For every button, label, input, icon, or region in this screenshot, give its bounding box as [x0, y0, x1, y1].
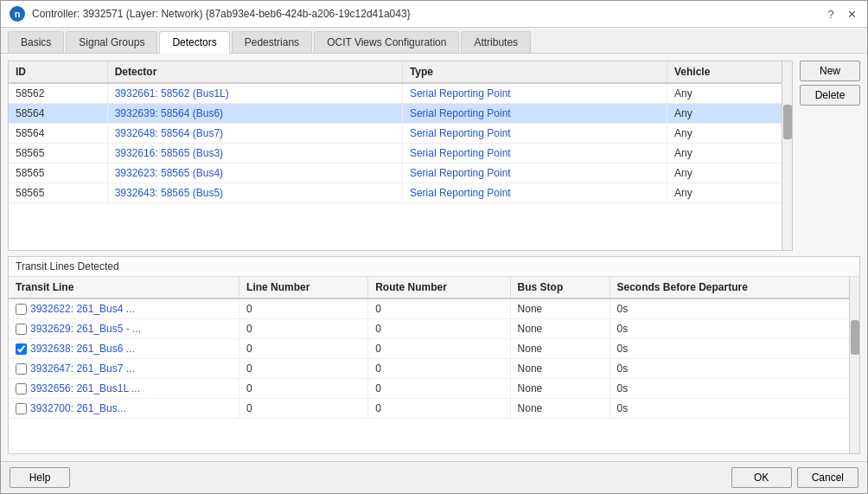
list-item[interactable]: 3932656: 261_Bus1L ... 0 0 None 0s — [9, 379, 849, 399]
route-number: 0 — [368, 298, 510, 319]
seconds-before: 0s — [610, 298, 849, 319]
side-buttons: New Delete — [800, 61, 860, 251]
list-item[interactable]: 3932647: 261_Bus7 ... 0 0 None 0s — [9, 359, 849, 379]
cancel-button[interactable]: Cancel — [797, 467, 858, 488]
list-item[interactable]: 3932629: 261_Bus5 - ... 0 0 None 0s — [9, 319, 849, 339]
seconds-before: 0s — [610, 359, 849, 379]
help-icon[interactable]: ? — [824, 7, 838, 21]
transit-header: Transit Lines Detected — [9, 257, 859, 277]
bus-stop: None — [510, 359, 610, 379]
tab-detectors[interactable]: Detectors — [159, 31, 229, 54]
transit-checkbox[interactable] — [16, 343, 27, 355]
col-detector: Detector — [107, 61, 402, 83]
main-table-scroll[interactable]: ID Detector Type Vehicle 58562 3932661: … — [9, 61, 782, 250]
main-table-scrollbar[interactable] — [782, 61, 792, 250]
transit-checkbox[interactable] — [16, 363, 27, 375]
cell-id: 58562 — [9, 83, 107, 104]
bus-stop: None — [510, 379, 610, 399]
table-row[interactable]: 58564 3932648: 58564 (Bus7) Serial Repor… — [9, 124, 782, 144]
content-area: ID Detector Type Vehicle 58562 3932661: … — [1, 54, 867, 461]
tab-pedestrians[interactable]: Pedestrians — [232, 31, 312, 53]
main-window: n Controller: 3932571 (Layer: Network) {… — [0, 0, 868, 494]
transit-checkbox[interactable] — [16, 304, 27, 315]
seconds-before: 0s — [610, 379, 849, 399]
bottom-table-scroll[interactable]: Transit Line Line Number Route Number Bu… — [9, 277, 849, 453]
delete-button[interactable]: Delete — [800, 85, 860, 106]
seconds-before: 0s — [610, 319, 849, 339]
route-number: 0 — [368, 399, 510, 419]
cell-detector: 3932648: 58564 (Bus7) — [107, 124, 402, 144]
route-number: 0 — [368, 379, 510, 399]
list-item[interactable]: 3932700: 261_Bus... 0 0 None 0s — [9, 399, 849, 419]
close-icon[interactable]: ✕ — [845, 7, 858, 21]
col-id: ID — [9, 61, 107, 83]
transit-checkbox[interactable] — [16, 403, 27, 414]
tab-signal-groups[interactable]: Signal Groups — [66, 31, 157, 53]
transit-line-name: 3932656: 261_Bus1L ... — [9, 379, 239, 399]
cell-detector: 3932661: 58562 (Bus1L) — [107, 83, 402, 104]
cell-type: Serial Reporting Point — [402, 83, 667, 104]
cell-vehicle: Any — [667, 124, 782, 144]
cell-id: 58564 — [9, 104, 107, 124]
tab-ocit-views[interactable]: OCIT Views Configuration — [314, 31, 459, 53]
transit-scrollbar[interactable] — [849, 277, 859, 453]
table-row[interactable]: 58564 3932639: 58564 (Bus6) Serial Repor… — [9, 104, 782, 124]
transit-line-name: 3932647: 261_Bus7 ... — [9, 359, 239, 379]
cell-vehicle: Any — [667, 104, 782, 124]
table-row[interactable]: 58565 3932616: 58565 (Bus3) Serial Repor… — [9, 144, 782, 164]
list-item[interactable]: 3932622: 261_Bus4 ... 0 0 None 0s — [9, 298, 849, 319]
cell-detector: 3932639: 58564 (Bus6) — [107, 104, 402, 124]
transit-line-name: 3932700: 261_Bus... — [9, 399, 239, 419]
cell-type: Serial Reporting Point — [402, 144, 667, 164]
window-title: Controller: 3932571 (Layer: Network) {87… — [32, 8, 411, 20]
seconds-before: 0s — [610, 399, 849, 419]
cell-vehicle: Any — [667, 144, 782, 164]
col-seconds: Seconds Before Departure — [610, 277, 849, 298]
col-route-number: Route Number — [368, 277, 510, 298]
cell-vehicle: Any — [667, 183, 782, 203]
scrollbar-thumb[interactable] — [783, 105, 792, 139]
col-line-number: Line Number — [239, 277, 368, 298]
table-row[interactable]: 58565 3932623: 58565 (Bus4) Serial Repor… — [9, 164, 782, 183]
line-number: 0 — [239, 298, 368, 319]
table-row[interactable]: 58565 3932643: 58565 (Bus5) Serial Repor… — [9, 183, 782, 203]
main-table: ID Detector Type Vehicle 58562 3932661: … — [9, 61, 782, 203]
cell-type: Serial Reporting Point — [402, 183, 667, 203]
route-number: 0 — [368, 339, 510, 359]
cell-id: 58564 — [9, 124, 107, 144]
line-number: 0 — [239, 339, 368, 359]
transit-scrollbar-thumb[interactable] — [851, 320, 859, 355]
transit-checkbox[interactable] — [16, 383, 27, 395]
ok-button[interactable]: OK — [731, 467, 792, 488]
line-number: 0 — [239, 319, 368, 339]
cell-vehicle: Any — [667, 164, 782, 183]
cell-id: 58565 — [9, 144, 107, 164]
footer-right: OK Cancel — [731, 467, 858, 488]
cell-type: Serial Reporting Point — [402, 164, 667, 183]
transit-line-name: 3932622: 261_Bus4 ... — [9, 298, 239, 319]
footer: Help OK Cancel — [1, 461, 867, 493]
tab-basics[interactable]: Basics — [8, 31, 64, 53]
title-bar-right: ? ✕ — [824, 7, 858, 21]
line-number: 0 — [239, 399, 368, 419]
new-button[interactable]: New — [800, 61, 860, 81]
cell-id: 58565 — [9, 164, 107, 183]
main-table-container: ID Detector Type Vehicle 58562 3932661: … — [8, 61, 793, 251]
transit-table: Transit Line Line Number Route Number Bu… — [9, 277, 849, 419]
bus-stop: None — [510, 319, 610, 339]
transit-line-name: 3932629: 261_Bus5 - ... — [9, 319, 239, 339]
tab-attributes[interactable]: Attributes — [461, 31, 531, 53]
title-bar-left: n Controller: 3932571 (Layer: Network) {… — [10, 6, 411, 22]
transit-line-name: 3932638: 261_Bus6 ... — [9, 339, 239, 359]
tab-bar: Basics Signal Groups Detectors Pedestria… — [1, 28, 867, 54]
help-button[interactable]: Help — [10, 467, 70, 488]
title-bar: n Controller: 3932571 (Layer: Network) {… — [1, 1, 867, 28]
seconds-before: 0s — [610, 339, 849, 359]
col-type: Type — [402, 61, 667, 83]
table-row[interactable]: 58562 3932661: 58562 (Bus1L) Serial Repo… — [9, 83, 782, 104]
transit-checkbox[interactable] — [16, 324, 27, 335]
list-item[interactable]: 3932638: 261_Bus6 ... 0 0 None 0s — [9, 339, 849, 359]
bus-stop: None — [510, 298, 610, 319]
route-number: 0 — [368, 319, 510, 339]
main-table-header: ID Detector Type Vehicle — [9, 61, 782, 83]
